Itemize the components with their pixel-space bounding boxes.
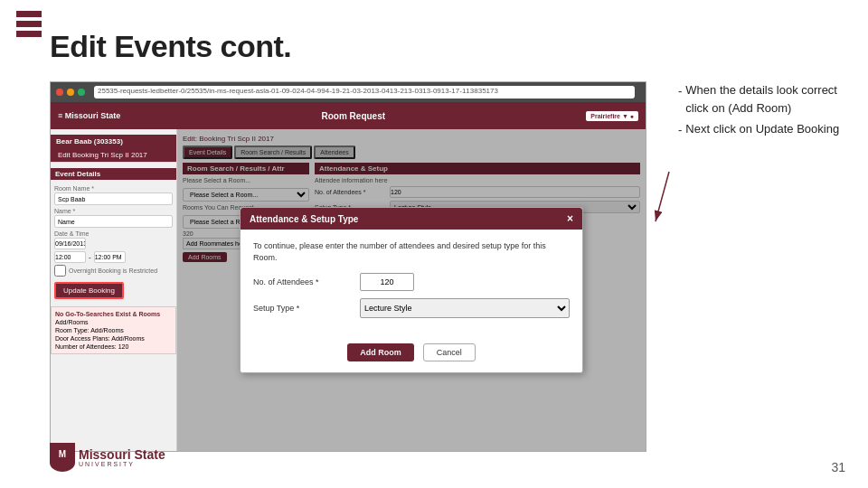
header-profile-btn[interactable]: Prairiefire ▼ ● (586, 111, 638, 121)
modal-title: Attendance & Setup Type (250, 214, 358, 224)
room-name-input[interactable] (54, 192, 173, 205)
msu-shield-icon: M (50, 443, 75, 472)
start-time-input[interactable] (54, 251, 86, 263)
screenshot-area: 25535-requests-ledbetter-0/25535/in-ms-r… (50, 81, 646, 452)
slide-container: Edit Events cont. 25535-requests-ledbett… (0, 0, 868, 488)
header-title: Room Request (127, 111, 579, 121)
modal-close-btn[interactable]: × (567, 212, 573, 225)
accent-bar-1 (16, 11, 42, 17)
app-body: Bear Baab (303353) Edit Booking Tri Scp … (51, 129, 646, 451)
room-info-section: No Go-To-Searches Exist & Rooms Add/Room… (51, 306, 176, 354)
bullet1-dash: - (678, 82, 682, 100)
add-rooms-label: Add/Rooms (55, 319, 172, 325)
modal-add-room-button[interactable]: Add Room (347, 343, 414, 361)
svg-text:M: M (59, 449, 66, 459)
update-booking-button[interactable]: Update Booking (54, 282, 124, 299)
sidebar: Bear Baab (303353) Edit Booking Tri Scp … (51, 129, 177, 451)
modal-footer: Add Room Cancel (241, 336, 582, 372)
svg-line-1 (656, 172, 669, 221)
annotation-bullet1: - When the details look correct click on… (678, 81, 850, 117)
accent-bar-2 (16, 21, 42, 27)
modal-box: Attendance & Setup Type × To continue, p… (240, 207, 583, 372)
end-time-input[interactable] (94, 251, 126, 263)
header-logo: ≡ Missouri State (58, 111, 120, 120)
time-separator: - (89, 253, 91, 261)
browser-close-btn[interactable] (56, 89, 63, 96)
modal-description: To continue, please enter the number of … (253, 240, 570, 263)
bullet2-text: Next click on Update Booking (685, 120, 839, 138)
msu-name: Missouri State (79, 448, 165, 461)
door-notes-label: Door Access Plans: Add/Rooms (55, 335, 172, 342)
modal-cancel-button[interactable]: Cancel (423, 343, 476, 361)
date-label: Date & Time (54, 230, 173, 237)
logo-row: M Missouri State UNIVERSITY (50, 443, 165, 472)
event-name-label: Name * (54, 208, 173, 214)
msu-sub: UNIVERSITY (79, 461, 165, 467)
bullet2-dash: - (678, 121, 682, 139)
bullet1-text: When the details look correct click on (… (685, 81, 850, 117)
browser-chrome: 25535-requests-ledbetter-0/25535/in-ms-r… (51, 82, 646, 102)
sidebar-item-booking[interactable]: Edit Booking Tri Scp II 2017 (51, 148, 176, 163)
modal-attendees-input[interactable] (360, 273, 414, 291)
modal-body: To continue, please enter the number of … (241, 230, 582, 335)
modal-header: Attendance & Setup Type × (241, 208, 582, 230)
browser-maximize-btn[interactable] (78, 89, 85, 96)
sidebar-header: Bear Baab (303353) (51, 135, 176, 148)
date-input[interactable] (54, 238, 86, 249)
overnight-label: Overnight Booking is Restricted (69, 267, 157, 274)
browser-minimize-btn[interactable] (67, 89, 74, 96)
accent-bar-3 (16, 31, 42, 37)
browser-url[interactable]: 25535-requests-ledbetter-0/25535/in-ms-r… (94, 86, 635, 99)
annotation-text: - When the details look correct click on… (678, 81, 850, 143)
modal-setup-select[interactable]: Lecture Style (360, 298, 570, 318)
room-type-label: Room Type: Add/Rooms (55, 327, 172, 333)
page-title: Edit Events cont. (50, 29, 291, 64)
page-number: 31 (831, 460, 845, 474)
app-header: ≡ Missouri State Room Request Prairiefir… (51, 102, 646, 129)
accent-bars (16, 11, 42, 37)
modal-attendees-row: No. of Attendees * (253, 273, 570, 291)
annotation-bullet2: - Next click on Update Booking (678, 120, 850, 139)
no-rooms-label: No Go-To-Searches Exist & Rooms (55, 311, 172, 317)
modal-attendees-label: No. of Attendees * (253, 277, 353, 286)
event-name-input[interactable] (54, 215, 173, 228)
modal-setup-label: Setup Type * (253, 304, 353, 313)
msu-logo: M Missouri State UNIVERSITY (50, 443, 165, 472)
main-content: Edit: Booking Tri Scp II 2017 Event Deta… (177, 129, 646, 451)
modal-setup-row: Setup Type * Lecture Style (253, 298, 570, 318)
modal-overlay: Attendance & Setup Type × To continue, p… (177, 129, 646, 451)
overnight-checkbox[interactable] (54, 265, 66, 277)
room-name-label: Room Name * (54, 185, 173, 192)
sidebar-section-event: Event Details (51, 168, 176, 180)
annotation-area: - When the details look correct click on… (651, 81, 850, 262)
num-attendees-label: Number of Attendees: 120 (55, 343, 172, 350)
